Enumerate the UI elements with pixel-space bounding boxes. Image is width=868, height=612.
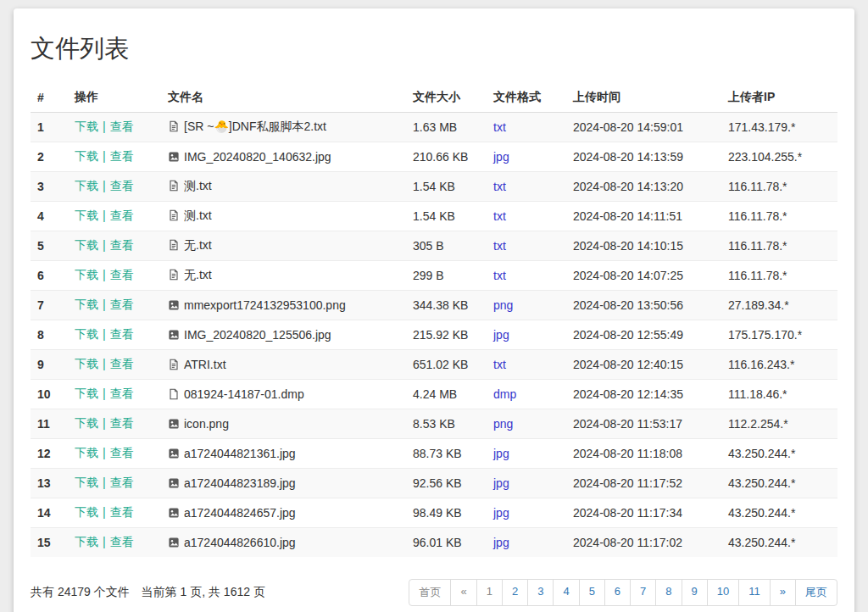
download-link[interactable]: 下载	[75, 446, 98, 459]
row-format-cell: jpg	[487, 439, 566, 469]
format-link[interactable]: jpg	[493, 476, 509, 490]
last-page-button[interactable]: 尾页	[795, 579, 837, 606]
download-link[interactable]: 下载	[75, 327, 98, 341]
row-time: 2024-08-20 12:14:35	[566, 380, 721, 409]
format-link[interactable]: jpg	[493, 536, 509, 549]
page-5-button[interactable]: 5	[579, 579, 605, 606]
download-link[interactable]: 下载	[75, 120, 98, 133]
file-type-icon	[168, 151, 180, 163]
action-separator: |	[103, 357, 106, 370]
last-page-label[interactable]: 尾页	[796, 580, 837, 605]
row-time: 2024-08-20 14:07:25	[566, 261, 721, 291]
file-type-icon	[168, 388, 180, 400]
download-link[interactable]: 下载	[75, 535, 98, 548]
view-link[interactable]: 查看	[110, 476, 134, 489]
view-link[interactable]: 查看	[110, 149, 134, 163]
next-page-label[interactable]: »	[771, 580, 795, 603]
row-format-cell: jpg	[487, 528, 566, 558]
page-8-button[interactable]: 8	[655, 579, 682, 606]
page-10-label[interactable]: 10	[708, 580, 738, 603]
page-11-button[interactable]: 11	[738, 579, 771, 606]
download-link[interactable]: 下载	[75, 179, 98, 192]
action-separator: |	[103, 387, 106, 400]
action-separator: |	[103, 446, 106, 459]
download-link[interactable]: 下载	[75, 238, 98, 252]
row-actions: 下载|查看	[68, 439, 161, 469]
row-format-cell: jpg	[487, 469, 566, 498]
page-7-button[interactable]: 7	[630, 579, 656, 606]
view-link[interactable]: 查看	[110, 505, 134, 519]
page-7-label[interactable]: 7	[631, 580, 655, 603]
row-size: 8.53 KB	[406, 409, 487, 439]
view-link[interactable]: 查看	[110, 179, 134, 192]
format-link[interactable]: txt	[493, 269, 506, 282]
row-time: 2024-08-20 14:13:20	[566, 172, 721, 202]
file-type-icon	[168, 269, 180, 281]
next-page-button[interactable]: »	[770, 579, 796, 606]
download-link[interactable]: 下载	[75, 416, 98, 430]
page-3-label[interactable]: 3	[528, 580, 553, 603]
row-time: 2024-08-20 12:55:49	[566, 320, 721, 350]
page-11-label[interactable]: 11	[739, 580, 770, 603]
download-link[interactable]: 下载	[75, 505, 98, 519]
format-link[interactable]: txt	[493, 120, 506, 134]
format-link[interactable]: txt	[493, 180, 506, 193]
download-link[interactable]: 下载	[75, 357, 98, 370]
page-2-label[interactable]: 2	[503, 580, 527, 603]
row-actions: 下载|查看	[68, 350, 161, 380]
format-link[interactable]: png	[493, 417, 513, 431]
view-link[interactable]: 查看	[110, 535, 134, 548]
view-link[interactable]: 查看	[110, 446, 134, 459]
download-link[interactable]: 下载	[75, 298, 98, 311]
view-link[interactable]: 查看	[110, 268, 134, 281]
row-format-cell: png	[487, 409, 566, 439]
page-3-button[interactable]: 3	[527, 579, 554, 606]
format-link[interactable]: jpg	[493, 328, 509, 342]
row-ip: 116.11.78.*	[721, 231, 837, 261]
format-link[interactable]: png	[493, 298, 513, 312]
page-9-label[interactable]: 9	[682, 580, 707, 603]
page-9-button[interactable]: 9	[682, 579, 708, 606]
view-link[interactable]: 查看	[110, 357, 134, 370]
row-actions: 下载|查看	[68, 291, 161, 320]
download-link[interactable]: 下载	[75, 149, 98, 163]
format-link[interactable]: dmp	[493, 387, 516, 401]
page-6-button[interactable]: 6	[604, 579, 631, 606]
filename: 测.txt	[184, 209, 212, 222]
view-link[interactable]: 查看	[110, 387, 134, 400]
view-link[interactable]: 查看	[110, 120, 134, 133]
page-4-button[interactable]: 4	[553, 579, 579, 606]
view-link[interactable]: 查看	[110, 416, 134, 430]
page-6-label[interactable]: 6	[605, 580, 630, 603]
format-link[interactable]: jpg	[493, 447, 509, 460]
row-filename-cell: 测.txt	[161, 202, 406, 231]
page-4-label[interactable]: 4	[554, 580, 578, 603]
download-link[interactable]: 下载	[75, 387, 98, 400]
row-size: 1.54 KB	[406, 202, 487, 231]
table-header-row: # 操作 文件名 文件大小 文件格式 上传时间 上传者IP	[31, 83, 837, 113]
view-link[interactable]: 查看	[110, 209, 134, 222]
download-link[interactable]: 下载	[75, 209, 98, 222]
download-link[interactable]: 下载	[75, 268, 98, 281]
view-link[interactable]: 查看	[110, 327, 134, 341]
table-row: 5 下载|查看 无.txt 305 B txt 2024-08-20 14:10…	[31, 231, 837, 261]
file-type-icon	[168, 329, 180, 341]
page-2-button[interactable]: 2	[502, 579, 528, 606]
page-8-label[interactable]: 8	[656, 580, 681, 603]
row-filename-cell: a1724044823189.jpg	[161, 469, 406, 498]
view-link[interactable]: 查看	[110, 298, 134, 311]
format-link[interactable]: jpg	[493, 506, 509, 520]
page-5-label[interactable]: 5	[580, 580, 604, 603]
page-1-button: 1	[476, 579, 503, 606]
action-separator: |	[103, 476, 106, 489]
row-ip: 223.104.255.*	[721, 142, 837, 172]
col-header-time: 上传时间	[566, 83, 721, 113]
format-link[interactable]: txt	[493, 358, 506, 371]
row-format-cell: txt	[487, 113, 566, 142]
format-link[interactable]: txt	[493, 209, 506, 223]
format-link[interactable]: jpg	[493, 150, 509, 164]
format-link[interactable]: txt	[493, 239, 506, 253]
page-10-button[interactable]: 10	[707, 579, 739, 606]
view-link[interactable]: 查看	[110, 238, 134, 252]
download-link[interactable]: 下载	[75, 476, 98, 489]
